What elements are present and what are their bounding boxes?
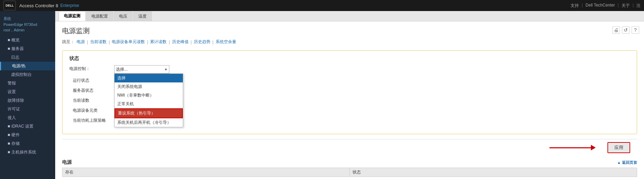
power-table: 存在 状态: [62, 168, 637, 177]
dropdown-item-shutdown[interactable]: 关闭系统电源: [115, 82, 183, 91]
table-header-presence: 存在: [62, 168, 350, 177]
sidebar-item-alerts[interactable]: 警报: [0, 79, 55, 88]
breadcrumb-current[interactable]: 当前读数: [90, 39, 107, 45]
power-policy-label: 当前功耗上限策略: [73, 117, 114, 123]
sidebar-item-server[interactable]: ■ 服务器: [0, 44, 55, 53]
tab-power-monitor[interactable]: 电源监测: [59, 11, 86, 21]
topbar: DELL Access Controller 8 Enterprise 支持 |…: [0, 0, 644, 11]
user-info: root，Admin: [3, 27, 52, 33]
breadcrumb-power[interactable]: 电源: [77, 39, 85, 45]
main-content: 电源监测 电源配置 电压 温度 🖨 ↺ ? 电源监测 跳至： 电源 | 当前读数: [55, 11, 644, 179]
sidebar-item-troubleshoot[interactable]: 故障排除: [0, 96, 55, 105]
techcenter-link[interactable]: Dell TechCenter: [586, 3, 615, 9]
dell-logo: DELL: [3, 1, 16, 10]
page-title: 电源监测: [62, 26, 637, 36]
topbar-links: 支持 | Dell TechCenter | 关于 | 注: [571, 3, 641, 9]
sidebar-item-log[interactable]: 日志: [0, 53, 55, 62]
system-info: 系统 PowerEdge R730xd root，Admin: [0, 14, 55, 36]
power-section-title: 电源: [62, 159, 72, 166]
sidebar-item-hardware[interactable]: ■ 硬件: [0, 131, 55, 139]
refresh-icon[interactable]: ↺: [622, 26, 630, 34]
action-icons: 🖨 ↺ ?: [612, 26, 639, 34]
breadcrumb-peak[interactable]: 历史峰值: [172, 39, 189, 45]
breadcrumb-cumulative[interactable]: 累计读数: [150, 39, 167, 45]
app-edition: Enterprise: [60, 3, 79, 8]
sidebar-item-login[interactable]: 侵入: [0, 113, 55, 122]
sidebar-item-storage[interactable]: ■ 存储: [0, 139, 55, 148]
sidebar-item-overview[interactable]: ■ 概览: [0, 36, 55, 44]
dropdown-item-reset[interactable]: 重设系统（热引导）: [115, 108, 183, 118]
current-reading-label: 当前读数: [73, 97, 114, 103]
sidebar-item-settings[interactable]: 设置: [0, 88, 55, 96]
expand-icon: ■: [8, 124, 10, 129]
expand-icon: ■: [8, 38, 10, 42]
logout-link[interactable]: 注: [636, 3, 641, 9]
sidebar-item-license[interactable]: 许可证: [0, 105, 55, 113]
power-control-dropdown-wrapper: 选择... ▼ 选择 关闭系统电源 NMI（非掌数中断） 正常关机 重设系统（热…: [114, 65, 169, 73]
tab-temperature[interactable]: 温度: [133, 11, 152, 21]
about-link[interactable]: 关于: [622, 3, 630, 9]
support-link[interactable]: 支持: [571, 3, 579, 9]
dropdown-item-cold-boot[interactable]: 系统关机后再开机（冷引导）: [115, 118, 183, 127]
dropdown-item-graceful[interactable]: 正常关机: [115, 100, 183, 108]
dropdown-popup: 选择 关闭系统电源 NMI（非掌数中断） 正常关机 重设系统（热引导） 系统关机…: [114, 73, 183, 127]
breadcrumb-unit[interactable]: 电源设备单元读数: [112, 39, 145, 45]
print-icon[interactable]: 🖨: [612, 26, 620, 34]
tab-voltage[interactable]: 电压: [114, 11, 132, 21]
sidebar-item-virtual-console[interactable]: 虚拟控制台: [0, 70, 55, 79]
expand-icon: ■: [8, 150, 10, 155]
tab-bar: 电源监测 电源配置 电压 温度: [55, 11, 644, 21]
run-status-label: 运行状态: [73, 77, 114, 83]
power-control-label: 电源控制：: [69, 65, 111, 72]
power-control-row: 电源控制： 选择... ▼ 选择 关闭系统电源 NMI（非掌数中断）: [69, 65, 630, 73]
expand-icon: ■: [8, 141, 10, 146]
power-control-select[interactable]: 选择... ▼: [114, 65, 169, 73]
dropdown-item-nmi[interactable]: NMI（非掌数中断）: [115, 91, 183, 100]
power-device-label: 电源设备元类: [73, 107, 114, 113]
red-arrow-indicator: [549, 145, 596, 150]
breadcrumb-headroom[interactable]: 系统空余量: [216, 39, 236, 45]
dropdown-item-select[interactable]: 选择: [115, 74, 183, 82]
expand-icon: ■: [8, 46, 10, 51]
app-title: Access Controller 8: [19, 3, 58, 8]
breadcrumb: 跳至： 电源 | 当前读数 | 电源设备单元读数 | 累计读数 | 历史峰值 |…: [62, 39, 637, 45]
section-title-status: 状态: [69, 56, 630, 62]
back-to-top-link[interactable]: ▲ 返回页首: [617, 160, 637, 165]
power-section: 电源 ▲ 返回页首 存在 状态: [62, 159, 637, 177]
help-icon[interactable]: ?: [632, 26, 639, 34]
sidebar-item-idrac[interactable]: ■ iDRAC 设置: [0, 122, 55, 131]
server-status-label: 服务器状态: [73, 87, 114, 93]
sidebar: 系统 PowerEdge R730xd root，Admin ■ 概览 ■ 服务…: [0, 11, 55, 179]
breadcrumb-trend[interactable]: 历史趋势: [194, 39, 210, 45]
sidebar-item-power-thermal[interactable]: 电源/热: [0, 62, 55, 70]
system-label: 系统: [3, 16, 52, 22]
expand-icon: ■: [8, 132, 10, 137]
apply-button[interactable]: 应用: [607, 142, 630, 153]
sidebar-item-host-os[interactable]: ■ 主机操作系统: [0, 148, 55, 157]
power-section-header: 电源 ▲ 返回页首: [62, 159, 637, 166]
status-section: 状态 电源控制： 选择... ▼ 选择 关闭系统电源: [62, 50, 637, 134]
table-header-status: 状态: [350, 168, 637, 177]
server-model: PowerEdge R730xd: [3, 22, 52, 28]
apply-row: 应用: [62, 139, 637, 156]
tab-power-config[interactable]: 电源配置: [86, 11, 113, 21]
